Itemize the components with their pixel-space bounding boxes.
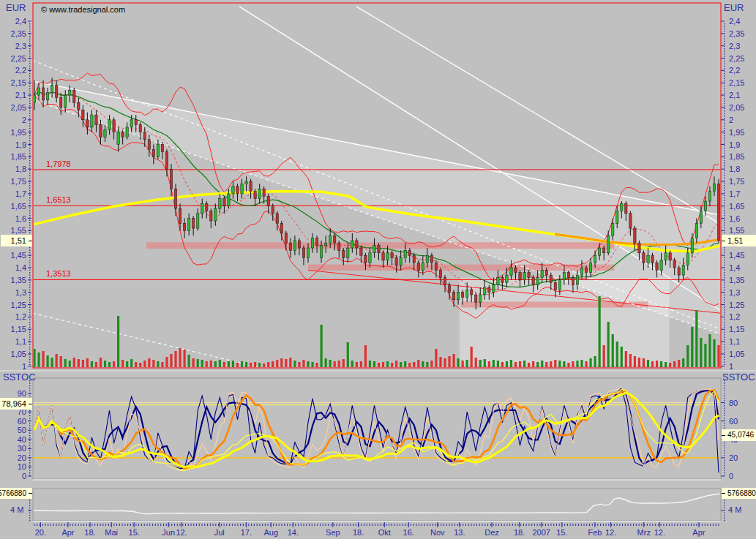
- tradesignal-chart-window: EUR EUR © www.tradesignal.com SSTOC SSTO…: [0, 0, 756, 539]
- chart-canvas[interactable]: [0, 0, 756, 539]
